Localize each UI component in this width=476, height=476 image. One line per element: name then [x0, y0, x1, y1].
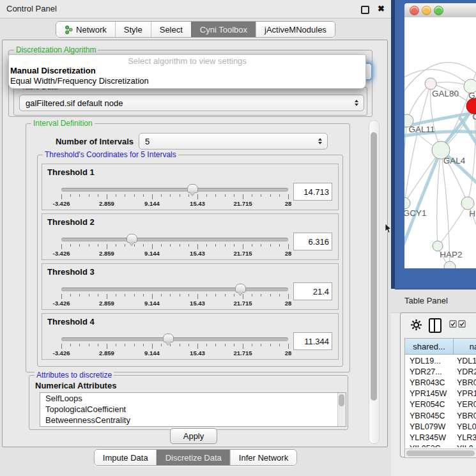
table-data-combo[interactable]: galFiltered.sif default node — [19, 95, 364, 111]
column-header-na[interactable]: na... — [454, 339, 476, 355]
tick-mark — [98, 344, 98, 346]
slider-ticks — [61, 294, 288, 299]
table-row[interactable]: YBR043CYBR0 — [405, 377, 476, 388]
tick-mark — [188, 194, 189, 197]
tick-label: 2.859 — [99, 200, 114, 207]
tick-mark — [170, 244, 171, 247]
threshold-4-slider-track[interactable] — [61, 337, 288, 341]
tick-label: 9.144 — [144, 349, 160, 357]
table-row[interactable]: YDR27...YDR2 — [405, 366, 476, 377]
network-node-hi[interactable] — [461, 197, 474, 210]
zoom-light-icon[interactable] — [434, 6, 443, 15]
combo-stepper-icon — [318, 138, 322, 144]
threshold-3-value-field[interactable]: 21.4 — [293, 282, 332, 300]
table-row[interactable]: YER054CYER0 — [405, 399, 476, 410]
table-row[interactable]: YPR145WYPR1 — [405, 388, 476, 399]
list-scrollbar-thumb[interactable] — [339, 394, 344, 406]
network-node-gcy1[interactable] — [404, 197, 410, 209]
attribute-item-betweennesscentrality[interactable]: BetweennessCentrality — [40, 415, 346, 426]
tick-mark — [215, 294, 216, 296]
tick-mark — [261, 294, 261, 296]
table-row[interactable]: YIL052CYIL0 — [405, 443, 476, 448]
tick-mark — [134, 344, 135, 346]
threshold-3-slider-track[interactable] — [61, 288, 288, 291]
tick-mark — [243, 194, 243, 199]
tick-mark — [234, 194, 234, 197]
content-scrollbar-thumb[interactable] — [371, 132, 377, 401]
column-settings-icon[interactable] — [429, 318, 441, 333]
tick-mark — [98, 194, 98, 197]
tick-mark — [188, 244, 189, 247]
apply-button[interactable]: Apply — [170, 428, 217, 444]
table-cell: YIL052C — [405, 444, 454, 447]
number-of-intervals-combo[interactable]: 5 — [139, 133, 328, 150]
table-row[interactable]: YDL19...YDL1 — [405, 355, 476, 366]
bottom-tab-impute-data[interactable]: Impute Data — [95, 450, 157, 465]
threshold-1-value-field[interactable]: 14.713 — [293, 183, 332, 201]
slider-tick-labels: -3.4262.8599.14415.4321.71528 — [61, 250, 288, 257]
bottom-tab-infer-network[interactable]: Infer Network — [230, 450, 296, 465]
bottom-tab-bar: Impute DataDiscretize DataInfer Network — [94, 449, 297, 466]
tick-mark — [61, 344, 62, 349]
tick-mark — [134, 294, 135, 296]
attribute-item-topologicalcoefficient[interactable]: TopologicalCoefficient — [40, 404, 346, 415]
network-node-gal80[interactable] — [425, 78, 436, 89]
threshold-2-slider-thumb[interactable] — [127, 234, 137, 243]
algorithm-option-equal-width-frequency-discretization[interactable]: Equal Width/Frequency Discretization — [9, 76, 365, 86]
attribute-item-selfloops[interactable]: SelfLoops — [40, 393, 346, 404]
gear-icon[interactable] — [410, 319, 422, 331]
tab-cyni-toolbox[interactable]: Cyni Toolbox — [191, 22, 256, 37]
content-scrollbar[interactable] — [369, 120, 380, 444]
tab-label: Network — [76, 25, 107, 35]
algorithm-option-manual-discretization[interactable]: Manual Discretization — [9, 66, 365, 76]
tick-mark — [125, 244, 125, 247]
list-scrollbar[interactable] — [337, 393, 346, 426]
numerical-attributes-list[interactable]: SelfLoopsTopologicalCoefficientBetweenne… — [40, 392, 346, 427]
table-horizontal-scrollbar-thumb[interactable] — [406, 450, 475, 456]
bottom-tab-discretize-data[interactable]: Discretize Data — [157, 450, 230, 465]
threshold-4-value-field[interactable]: 11.344 — [293, 332, 332, 350]
threshold-2-slider-track[interactable] — [61, 238, 288, 242]
threshold-4-slider-thumb[interactable] — [163, 334, 174, 342]
select-columns-checkboxes-icon[interactable] — [449, 320, 468, 328]
network-canvas[interactable]: GAL80GACGAL11GAL4GCY1HIHAP2 — [404, 17, 476, 268]
network-edge[interactable] — [404, 150, 441, 249]
tab-network[interactable]: Network — [56, 22, 115, 37]
numerical-attributes-label: Numerical Attributes — [35, 381, 116, 390]
table-cell: YBR0 — [454, 411, 476, 420]
threshold-2-value-field[interactable]: 6.316 — [293, 233, 332, 250]
tick-label: -3.426 — [53, 300, 70, 307]
tick-mark — [116, 294, 116, 296]
tick-mark — [107, 294, 107, 299]
close-icon[interactable]: ✖ — [378, 0, 385, 18]
float-window-icon[interactable] — [361, 6, 369, 14]
table-cell: YPR1 — [454, 389, 476, 398]
threshold-coordinates-group: Threshold's Coordinates for 5 Intervals … — [37, 155, 343, 367]
slider-ticks — [61, 344, 288, 349]
tick-mark — [279, 344, 280, 346]
tab-jactivemnodules[interactable]: jActiveMNodules — [256, 22, 335, 37]
combo-stepper-icon — [355, 100, 358, 106]
tab-style[interactable]: Style — [115, 22, 151, 37]
threshold-1-slider-thumb[interactable] — [187, 184, 198, 193]
network-edge[interactable] — [437, 150, 441, 246]
network-edge[interactable] — [404, 121, 407, 178]
table-horizontal-scrollbar[interactable] — [405, 449, 476, 457]
mouse-cursor — [385, 224, 394, 234]
table-row[interactable]: YBL079WYBL0 — [405, 421, 476, 432]
tab-select[interactable]: Select — [151, 22, 191, 37]
threshold-1-slider-track[interactable] — [61, 188, 288, 192]
minimize-light-icon[interactable] — [422, 6, 431, 15]
column-header-shared[interactable]: shared... — [405, 339, 454, 355]
slider-tick-labels: -3.4262.8599.14415.4321.71528 — [61, 200, 288, 207]
network-edge[interactable] — [438, 203, 468, 246]
tick-mark — [61, 294, 62, 299]
close-light-icon[interactable] — [410, 6, 419, 15]
threshold-3-slider-thumb[interactable] — [235, 284, 246, 293]
table-row[interactable]: YLR345WYLR3 — [405, 432, 476, 443]
threshold-1-label: Threshold 1 — [47, 167, 95, 177]
tick-mark — [234, 244, 234, 247]
table-row[interactable]: YBR045CYBR0 — [405, 410, 476, 421]
node-table[interactable]: shared...na... YDL19...YDL1YDR27...YDR2Y… — [404, 338, 476, 458]
tick-mark — [152, 244, 153, 249]
